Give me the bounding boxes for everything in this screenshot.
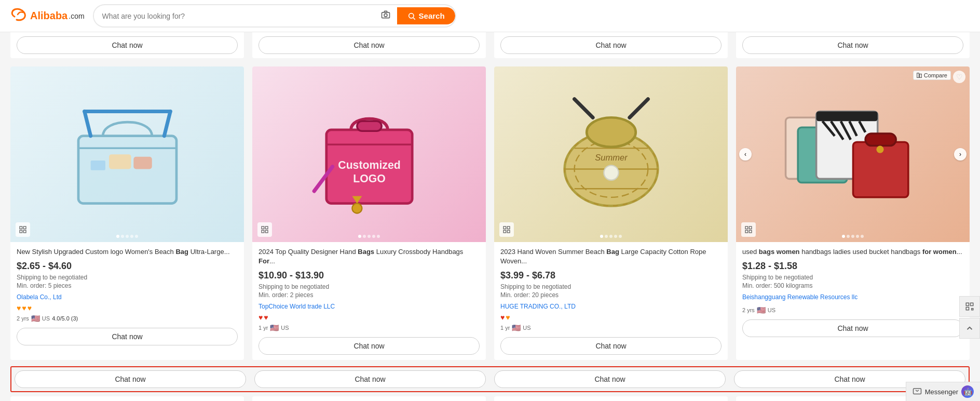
product-image-4[interactable]: ♡ Compare ‹ ›: [736, 66, 970, 242]
supplier-link-1[interactable]: Olabela Co., Ltd: [17, 293, 238, 301]
svg-rect-15: [357, 121, 381, 131]
svg-rect-6: [109, 154, 131, 169]
svg-point-43: [876, 145, 883, 153]
product-min-order-4: Min. order: 500 kilograms: [742, 282, 963, 289]
product-title-2: 2024 Top Quality Designer Hand Bags Luxu…: [258, 247, 480, 266]
svg-rect-0: [382, 12, 389, 18]
product-image-2[interactable]: Customized LOGO: [252, 66, 486, 242]
chat-now-button-bottom-1[interactable]: Chat now: [15, 370, 246, 388]
chat-now-button-bottom-2[interactable]: Chat now: [254, 370, 486, 388]
search-bar: Search: [93, 4, 456, 28]
floating-buttons: [959, 296, 980, 339]
supplier-link-3[interactable]: HUGE TRADING CO., LTD: [500, 303, 722, 310]
product-info-4: used bags women handbags ladies used buc…: [736, 242, 970, 342]
product-image-1[interactable]: [10, 66, 244, 242]
chat-now-button-top-3[interactable]: Chat now: [500, 36, 722, 54]
compare-button-4[interactable]: Compare: [913, 71, 951, 80]
search-button[interactable]: Search: [397, 7, 455, 24]
supplier-link-2[interactable]: TopChoice World trade LLC: [258, 303, 480, 310]
supplier-link-4[interactable]: Beishangguang Renewable Resources llc: [742, 293, 963, 301]
float-top-button[interactable]: [959, 318, 980, 339]
product-card-1: New Stylish Upgraded Custom logo Women's…: [10, 66, 244, 360]
product-shipping-2: Shipping to be negotiated: [258, 283, 480, 290]
heart-icon-2: ♥: [22, 304, 26, 312]
heart-icon-3b: ♥: [506, 313, 510, 322]
logo[interactable]: Alibaba .com: [10, 6, 85, 25]
chat-now-button-top-2[interactable]: Chat now: [258, 36, 480, 54]
svg-rect-40: [816, 111, 877, 121]
image-scan-icon-3[interactable]: [499, 222, 514, 237]
top-chat-row: Chat now Chat now Chat now Chat now: [0, 32, 980, 60]
svg-rect-7: [133, 156, 152, 169]
header: Alibaba .com Search: [0, 0, 980, 32]
chat-now-button-bottom-3[interactable]: Chat now: [494, 370, 726, 388]
svg-rect-23: [265, 230, 268, 233]
chat-now-button-top-1[interactable]: Chat now: [17, 36, 238, 54]
product-info-1: New Stylish Upgraded Custom logo Women's…: [10, 242, 244, 351]
product-grid: New Stylish Upgraded Custom logo Women's…: [0, 60, 980, 366]
product-price-3: $3.99 - $6.78: [500, 270, 722, 281]
bottom-chat-col-1: Chat now: [15, 370, 246, 388]
float-qr-button[interactable]: [959, 296, 980, 317]
top-chat-card-1: Chat now: [10, 32, 244, 58]
image-dots-1: [116, 235, 138, 238]
chat-now-button-top-4[interactable]: Chat now: [742, 36, 963, 54]
supplier-icons-3: ♥ ♥: [500, 313, 722, 322]
svg-rect-35: [503, 230, 506, 233]
svg-rect-49: [749, 230, 752, 233]
svg-point-19: [352, 203, 362, 213]
product-min-order-1: Min. order: 5 pieces: [17, 282, 238, 289]
image-scan-icon-1[interactable]: [16, 222, 30, 237]
product-title-3: 2023 Hand Woven Summer Beach Bag Large C…: [500, 247, 722, 266]
logo-icon: [10, 6, 29, 25]
carousel-next-4[interactable]: ›: [954, 148, 967, 161]
supplier-icons-1: ♥ ♥ ♥: [17, 304, 238, 312]
bottom-chat-section: Chat now Chat now Chat now Chat now: [0, 366, 980, 396]
logo-text: Alibaba: [30, 10, 67, 22]
svg-point-30: [587, 117, 636, 147]
messenger-bar[interactable]: Messenger 🤖: [906, 382, 980, 401]
svg-rect-22: [262, 230, 264, 233]
heart-icon-3a: ♥: [500, 313, 505, 322]
logo-com: .com: [69, 12, 84, 20]
svg-text:LOGO: LOGO: [353, 172, 386, 185]
svg-rect-11: [23, 226, 26, 229]
search-input[interactable]: [94, 8, 374, 24]
product-price-1: $2.65 - $4.60: [17, 261, 238, 272]
heart-icon-2b: ♥: [264, 313, 268, 322]
top-chat-card-4: Chat now: [736, 32, 970, 58]
svg-rect-42: [865, 133, 896, 146]
carousel-prev-4[interactable]: ‹: [739, 148, 752, 161]
supplier-meta-3: 1 yr 🇺🇸 US: [500, 324, 722, 332]
svg-rect-47: [749, 226, 752, 229]
svg-rect-10: [20, 226, 22, 229]
chat-now-button-1[interactable]: Chat now: [17, 328, 238, 345]
heart-icon-1: ♥: [17, 304, 21, 312]
chat-now-button-2[interactable]: Chat now: [258, 337, 480, 355]
svg-rect-53: [972, 309, 973, 310]
messenger-avatar: 🤖: [961, 385, 974, 398]
camera-search-button[interactable]: [374, 5, 397, 26]
product-min-order-3: Min. order: 20 pieces: [500, 291, 722, 299]
top-chat-card-2: Chat now: [252, 32, 486, 58]
svg-line-3: [413, 18, 415, 20]
product-image-3[interactable]: Summer: [494, 66, 728, 242]
top-chat-card-3: Chat now: [494, 32, 728, 58]
svg-rect-36: [507, 230, 510, 233]
chat-now-button-3[interactable]: Chat now: [500, 337, 722, 355]
svg-rect-13: [23, 230, 26, 233]
heart-icon-3: ♥: [28, 304, 32, 312]
product-card-4: ♡ Compare ‹ ›: [736, 66, 970, 360]
product-title-1: New Stylish Upgraded Custom logo Women's…: [17, 247, 238, 257]
image-scan-icon-2[interactable]: [257, 222, 272, 237]
supplier-meta-1: 2 yrs 🇺🇸 US 4.0/5.0 (3): [17, 314, 238, 323]
image-scan-icon-4[interactable]: [741, 222, 756, 237]
svg-rect-51: [971, 303, 973, 305]
image-dots-2: [358, 235, 380, 238]
product-shipping-3: Shipping to be negotiated: [500, 283, 722, 290]
partial-card-3: [494, 396, 728, 401]
image-dots-4: [842, 235, 864, 238]
svg-rect-44: [917, 73, 919, 78]
chat-now-button-4[interactable]: Chat now: [742, 319, 963, 337]
heart-button-4[interactable]: ♡: [953, 71, 965, 83]
